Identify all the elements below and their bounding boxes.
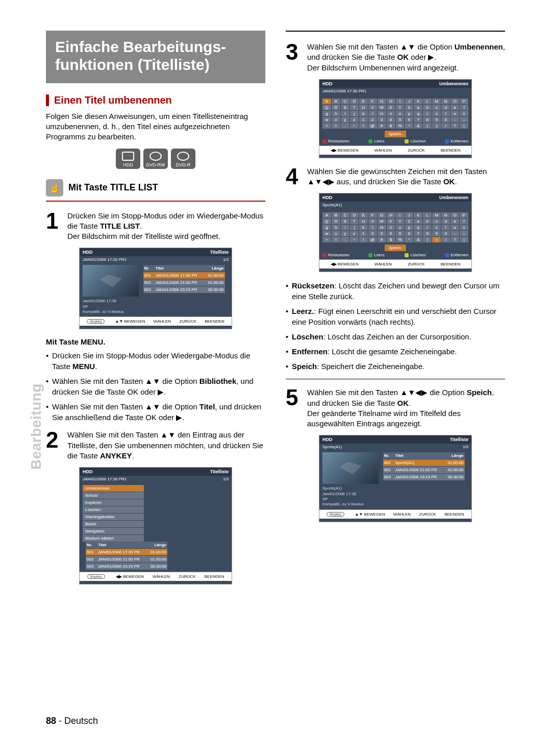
kb-key[interactable]: S xyxy=(341,105,349,110)
kb-key[interactable]: 5 xyxy=(396,117,405,123)
table-row[interactable]: 001JAN/01/2006 17:30 PR01:00:00 xyxy=(86,549,167,555)
kb-key[interactable]: k xyxy=(359,225,368,230)
kb-key[interactable]: 9 xyxy=(432,231,441,236)
kb-key[interactable]: A xyxy=(322,212,331,218)
kb-key[interactable]: – xyxy=(460,231,468,236)
kb-key[interactable]: r xyxy=(423,225,432,230)
kb-key[interactable]: # xyxy=(378,123,386,129)
kb-key[interactable]: C xyxy=(341,99,349,104)
kb-key[interactable]: + xyxy=(322,237,331,242)
menu-item-edit[interactable]: Bearb. xyxy=(83,521,144,527)
kb-key[interactable]: ^ xyxy=(405,237,413,242)
kb-key[interactable]: | xyxy=(460,123,468,129)
kb-key[interactable]: M xyxy=(432,99,441,104)
kb-key[interactable]: V xyxy=(368,218,377,224)
kb-key[interactable]: N xyxy=(441,212,450,218)
kb-key[interactable]: @ xyxy=(368,123,377,129)
kb-key[interactable]: A xyxy=(322,99,331,104)
kb-key[interactable]: 6 xyxy=(405,117,413,123)
kb-key[interactable]: f xyxy=(460,218,468,224)
kb-key[interactable]: J xyxy=(405,99,413,104)
kb-key[interactable]: L xyxy=(423,99,432,104)
kb-key[interactable]: t xyxy=(441,111,450,116)
kb-key[interactable]: C xyxy=(341,212,349,218)
kb-key[interactable]: n xyxy=(387,225,395,230)
kb-key[interactable]: W xyxy=(378,105,386,110)
kb-key[interactable]: c xyxy=(432,105,441,110)
kb-key[interactable]: s xyxy=(432,225,441,230)
kb-key[interactable]: H xyxy=(387,99,395,104)
kb-key[interactable]: 8 xyxy=(423,231,432,236)
table-row[interactable]: 003JAN/01/2006 23:15 PR00:30:00 xyxy=(143,286,225,293)
kb-key[interactable]: e xyxy=(450,105,459,110)
kb-key[interactable]: j xyxy=(350,111,359,116)
kb-save[interactable]: Speich. xyxy=(385,131,407,137)
kb-key[interactable]: + xyxy=(322,123,331,129)
kb-key[interactable]: Y xyxy=(396,218,405,224)
kb-key[interactable]: D xyxy=(350,212,359,218)
kb-key[interactable]: ! xyxy=(359,123,368,129)
kb-key[interactable]: I xyxy=(396,212,405,218)
kb-key[interactable]: a xyxy=(414,218,422,224)
kb-key[interactable]: x xyxy=(332,231,340,236)
kb-key[interactable]: P xyxy=(460,212,468,218)
kb-key[interactable]: ) xyxy=(432,237,441,242)
kb-reset[interactable]: Rücksetzen xyxy=(322,139,349,143)
kb-key[interactable]: ) xyxy=(432,123,441,129)
table-row[interactable]: 001JAN/01/2006 17:30 PR01:00:00 xyxy=(143,272,225,279)
kb-key[interactable]: 4 xyxy=(387,117,395,123)
kb-key[interactable]: m xyxy=(378,111,386,116)
kb-key[interactable]: s xyxy=(432,111,441,116)
kb-key[interactable]: p xyxy=(405,111,413,116)
kb-key[interactable]: 4 xyxy=(387,231,395,236)
kb-key[interactable]: h xyxy=(332,111,340,116)
table-row[interactable]: 002JAN/01/2006 21:00 PR01:00:00 xyxy=(143,279,225,286)
kb-key[interactable]: u xyxy=(450,225,459,230)
kb-key[interactable]: y xyxy=(341,117,349,123)
kb-key[interactable]: - xyxy=(450,231,459,236)
kb-key[interactable]: H xyxy=(387,212,395,218)
kb-key[interactable]: l xyxy=(368,111,377,116)
kb-key[interactable]: o xyxy=(396,111,405,116)
kb-key[interactable]: f xyxy=(460,105,468,110)
kb-key[interactable]: 0 xyxy=(441,231,450,236)
kb-key[interactable]: R xyxy=(332,218,340,224)
kb-key[interactable]: ( xyxy=(423,237,432,242)
kb-key[interactable]: j xyxy=(350,225,359,230)
kb-key[interactable]: r xyxy=(423,111,432,116)
kb-key[interactable]: i xyxy=(341,225,349,230)
kb-key[interactable]: k xyxy=(359,111,368,116)
kb-key[interactable]: p xyxy=(405,225,413,230)
kb-key[interactable]: w xyxy=(322,117,331,123)
kb-key[interactable]: a xyxy=(414,105,422,110)
kb-key[interactable]: % xyxy=(396,123,405,129)
kb-key[interactable]: / xyxy=(441,237,450,242)
table-row[interactable]: 002JAN/01/2006 21:00 PR01:00:00 xyxy=(383,467,465,473)
kb-key[interactable]: Z xyxy=(405,105,413,110)
menu-item-navigation[interactable]: Navigation xyxy=(83,528,144,534)
kb-key[interactable]: W xyxy=(378,218,386,224)
kb-key[interactable]: $ xyxy=(387,237,395,242)
kb-key[interactable]: ! xyxy=(359,237,368,242)
kb-key[interactable]: E xyxy=(359,212,368,218)
kb-key[interactable]: Y xyxy=(396,105,405,110)
menu-item-copy[interactable]: Kopieren xyxy=(83,499,144,506)
kb-key[interactable]: J xyxy=(405,212,413,218)
kb-key[interactable]: M xyxy=(432,212,441,218)
kb-key[interactable]: L xyxy=(423,212,432,218)
kb-key[interactable]: G xyxy=(378,99,386,104)
kb-key[interactable]: u xyxy=(450,111,459,116)
kb-key[interactable]: 5 xyxy=(396,231,405,236)
kb-key[interactable]: N xyxy=(441,99,450,104)
table-row[interactable]: 002JAN/01/2006 21:00 PR01:00:00 xyxy=(86,556,167,563)
kb-key[interactable]: O xyxy=(450,99,459,104)
kb-key[interactable]: Q xyxy=(322,218,331,224)
kb-key[interactable]: U xyxy=(359,218,368,224)
kb-key[interactable]: O xyxy=(450,212,459,218)
kb-space[interactable]: Leerz. xyxy=(368,253,385,257)
menu-item-playlist[interactable]: Wiedergabeliste xyxy=(83,514,144,520)
kb-key[interactable]: 6 xyxy=(405,231,413,236)
kb-key[interactable]: . xyxy=(341,123,349,129)
table-row[interactable]: 003JAN/01/2006 23:15 PR00:30:00 xyxy=(86,563,167,570)
kb-key[interactable]: T xyxy=(350,218,359,224)
